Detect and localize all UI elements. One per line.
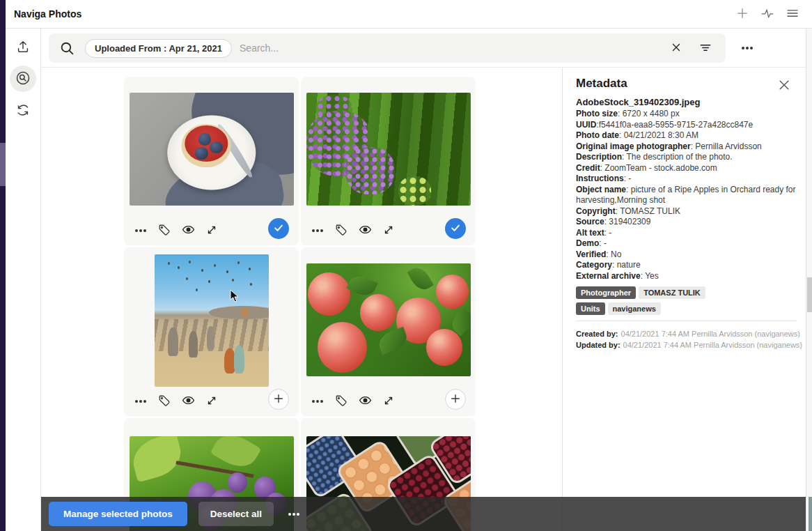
clear-search-button[interactable]: [667, 39, 685, 57]
blueberry-tart-photo[interactable]: [130, 93, 294, 206]
upload-icon: [15, 39, 31, 56]
card-preview-button[interactable]: [180, 223, 196, 238]
plus-icon: [449, 392, 462, 407]
activity-button[interactable]: [758, 4, 777, 24]
card-actions: [310, 391, 396, 412]
app-title: Naviga Photos: [14, 8, 81, 20]
card-more-button[interactable]: [310, 394, 325, 409]
search-bar-row: Uploaded From : Apr 21, 2021: [41, 29, 806, 68]
card-preview-button[interactable]: [357, 223, 373, 238]
metadata-field: Description: The description of the phot…: [576, 152, 799, 163]
search-input[interactable]: [240, 43, 726, 54]
add-button[interactable]: [733, 4, 752, 24]
filter-button[interactable]: [696, 39, 715, 57]
app-header: Naviga Photos: [6, 0, 812, 29]
card-actions: [310, 220, 396, 241]
check-icon: [272, 222, 285, 236]
cappadocia-balloons-photo[interactable]: [155, 254, 269, 387]
app-edge-strip: [0, 0, 6, 531]
eye-icon: [359, 394, 372, 409]
tag-icon: [158, 224, 171, 238]
card-tag-button[interactable]: [334, 394, 349, 409]
photo-card: [301, 77, 476, 245]
close-metadata-button[interactable]: [776, 78, 792, 93]
search-filter-chip[interactable]: Uploaded From : Apr 21, 2021: [85, 39, 232, 58]
search-more-button[interactable]: [736, 39, 758, 57]
lilac-hedge-photo[interactable]: [306, 93, 471, 206]
metadata-field: Copyright: TOMASZ TULIK: [576, 206, 799, 217]
card-expand-button[interactable]: [204, 394, 219, 409]
close-icon: [777, 78, 791, 94]
more-icon: [139, 229, 142, 232]
eye-icon: [182, 223, 195, 238]
search-box[interactable]: Uploaded From : Apr 21, 2021: [49, 33, 726, 63]
card-more-button[interactable]: [133, 223, 148, 238]
selection-action-bar: Manage selected photos Deselect all: [41, 497, 808, 531]
bar-more-button[interactable]: [283, 504, 305, 525]
tag-key-badge[interactable]: Units: [576, 302, 605, 315]
photo-card: [301, 247, 476, 416]
manage-selected-button[interactable]: Manage selected photos: [49, 502, 187, 526]
check-icon: [449, 222, 462, 236]
eye-icon: [359, 223, 372, 238]
metadata-field: Verified: No: [576, 249, 799, 261]
card-preview-button[interactable]: [357, 394, 373, 409]
sidebar-upload-button[interactable]: [10, 34, 36, 61]
metadata-field: Credit: ZoomTeam - stock.adobe.com: [576, 163, 799, 174]
card-actions: [133, 220, 219, 241]
metadata-tags: Photographer TOMASZ TULIK Units navigane…: [576, 286, 705, 318]
card-tag-button[interactable]: [334, 223, 349, 238]
card-expand-button[interactable]: [204, 223, 219, 238]
apple-orchard-photo[interactable]: [306, 263, 471, 376]
activity-icon: [760, 6, 774, 22]
edge-scroll-thumb[interactable]: [0, 143, 6, 186]
tag-icon: [158, 394, 171, 409]
card-preview-button[interactable]: [180, 394, 196, 409]
metadata-field: Photo size: 6720 x 4480 px: [576, 109, 799, 120]
metadata-field: External archive: Yes: [576, 271, 799, 282]
photo-card: [124, 77, 299, 245]
created-by-row: Created by:04/21/2021 7:44 AM Pernilla A…: [576, 328, 802, 339]
expand-icon: [382, 394, 395, 409]
eye-icon: [182, 394, 195, 409]
expand-icon: [205, 224, 218, 238]
expand-icon: [382, 224, 395, 238]
sidebar-search-button[interactable]: [10, 66, 36, 92]
deselect-photo-button[interactable]: [268, 218, 289, 239]
window-scrollbar[interactable]: [806, 29, 812, 531]
select-photo-button[interactable]: [268, 389, 289, 410]
deselect-photo-button[interactable]: [445, 218, 466, 239]
card-more-button[interactable]: [310, 223, 325, 238]
card-tag-button[interactable]: [157, 223, 172, 238]
plus-icon: [272, 392, 285, 407]
metadata-field: Alt text: -: [576, 228, 799, 239]
menu-button[interactable]: [783, 4, 802, 24]
more-icon: [139, 400, 142, 403]
card-tag-button[interactable]: [157, 394, 172, 409]
plus-icon: [735, 6, 749, 22]
search-icon: [58, 40, 76, 57]
tag-key-badge[interactable]: Photographer: [576, 286, 636, 299]
card-actions: [133, 391, 219, 412]
scrollbar-thumb[interactable]: [807, 277, 812, 312]
tag-icon: [335, 394, 348, 409]
card-more-button[interactable]: [133, 394, 148, 409]
metadata-field: Object name: picture of a Ripe Apples in…: [576, 185, 799, 206]
tag-value-badge[interactable]: naviganews: [608, 302, 661, 315]
expand-icon: [205, 394, 218, 409]
deselect-all-button[interactable]: Deselect all: [198, 502, 274, 526]
metadata-field: Instructions: -: [576, 174, 799, 185]
photo-card: [124, 247, 299, 416]
card-expand-button[interactable]: [381, 223, 396, 238]
photo-filename: AdobeStock_319402309.jpeg: [576, 97, 700, 107]
metadata-field: Photo date: 04/21/2021 8:30 AM: [576, 130, 799, 141]
metadata-field: Source: 319402309: [576, 217, 799, 228]
metadata-field: Demo: -: [576, 238, 799, 249]
card-expand-button[interactable]: [381, 394, 396, 409]
select-photo-button[interactable]: [445, 389, 466, 410]
tag-value-badge[interactable]: TOMASZ TULIK: [639, 286, 705, 299]
updated-by-row: Updated by:04/21/2021 7:44 AM Pernilla A…: [576, 339, 802, 351]
search-circle-icon: [15, 70, 31, 88]
more-icon: [746, 47, 749, 49]
sidebar-sync-button[interactable]: [10, 98, 36, 124]
